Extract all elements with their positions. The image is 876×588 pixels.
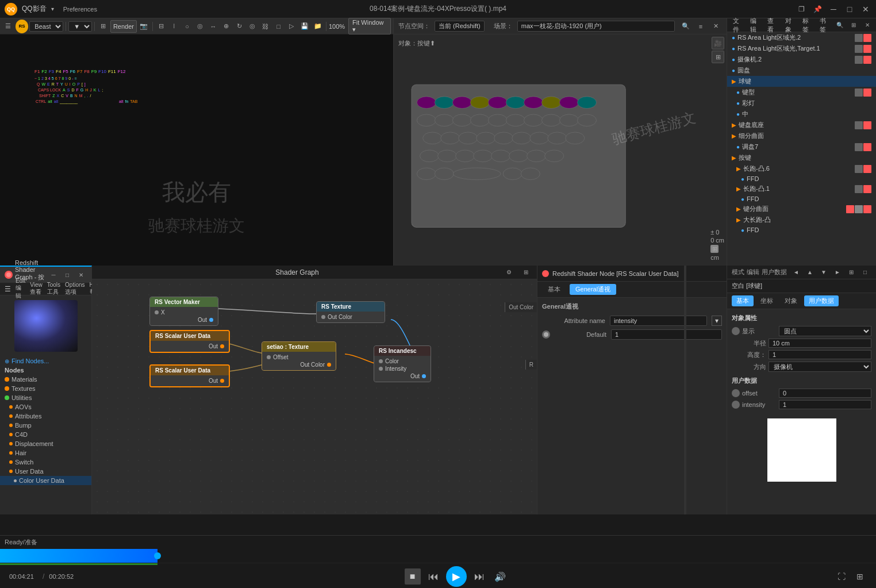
menu-bookmarks[interactable]: 书签 (816, 17, 832, 34)
camera-icon[interactable]: 📷 (138, 20, 150, 33)
scene-item-dial7[interactable]: ● 调盘7 (727, 141, 876, 152)
next-track-btn[interactable]: ⏭ (471, 568, 487, 585)
circle-icon[interactable]: ○ (181, 20, 193, 33)
save-icon[interactable]: 💾 (299, 20, 311, 33)
restore-button[interactable]: ❐ (796, 3, 807, 15)
tree-attributes[interactable]: Attributes (0, 412, 91, 421)
display-radio[interactable] (732, 327, 740, 335)
scene-item-long6[interactable]: ▶ 长跑-凸.6 (727, 163, 876, 174)
app-dropdown-icon[interactable]: ▾ (51, 6, 54, 12)
scale-icon[interactable]: ⊕ (220, 20, 232, 33)
collapse-btn[interactable]: □ (859, 266, 871, 279)
tab-object2[interactable]: 对象 (780, 295, 802, 306)
rs-maximize[interactable]: □ (62, 269, 73, 280)
stop-btn[interactable]: ■ (405, 568, 421, 585)
tree-materials[interactable]: Materials (0, 375, 91, 384)
graph-settings-icon[interactable]: ⚙ (502, 266, 515, 279)
scene-filter-icon[interactable]: ⊞ (847, 19, 860, 32)
menu-tools-lbl[interactable]: Tools工具 (45, 282, 63, 296)
next-btn[interactable]: ► (831, 266, 844, 279)
maximize-button[interactable]: □ (844, 3, 855, 15)
rotate-icon[interactable]: ↻ (233, 20, 245, 33)
tree-textures[interactable]: Textures (0, 384, 91, 393)
tree-hair[interactable]: Hair (0, 448, 91, 458)
find-nodes-label[interactable]: Find Nodes... (11, 358, 49, 364)
scene-item-button[interactable]: ▶ 按键 (727, 152, 876, 163)
list-icon[interactable]: ≡ (694, 20, 707, 33)
timeline[interactable] (0, 549, 876, 563)
prev-track-btn[interactable]: ⏮ (425, 568, 441, 585)
link-icon[interactable]: ⛓ (259, 20, 271, 33)
tree-color-userdata[interactable]: Color User Data (0, 476, 91, 485)
move-icon[interactable]: ↔ (208, 20, 220, 33)
tree-bump[interactable]: Bump (0, 421, 91, 430)
arrow-icon[interactable]: ▷ (286, 20, 298, 33)
scene-search-icon[interactable]: 🔍 (833, 19, 846, 32)
default-enabled-toggle[interactable] (542, 330, 550, 339)
attr-name-dropdown[interactable]: ▾ (712, 316, 722, 326)
grid-icon[interactable]: ⊞ (97, 20, 109, 33)
radius-input[interactable] (769, 339, 871, 348)
render-label[interactable]: Render (110, 20, 137, 33)
vp-camera-icon[interactable]: 🎥 (712, 37, 724, 49)
scene-item-dachang[interactable]: ▶ 大长跑-凸 (727, 214, 876, 225)
scene-close-icon[interactable]: ✕ (861, 19, 874, 32)
menu-view[interactable]: 查看 (764, 17, 780, 34)
box-icon[interactable]: □ (272, 20, 285, 33)
intensity-input[interactable] (779, 400, 871, 409)
scene-item-kb-base[interactable]: ▶ 键盘底座 (727, 120, 876, 130)
scene-item-ffd2[interactable]: ● FFD (727, 194, 876, 203)
scene-item-ffd1[interactable]: ● FFD (727, 174, 876, 183)
volume-btn[interactable]: 🔊 (492, 568, 508, 585)
tab-coord[interactable]: 坐标 (756, 295, 778, 306)
display-select[interactable]: 圆点 (779, 326, 871, 336)
graph-canvas[interactable]: RS Vector Maker X Out (92, 279, 537, 514)
settings-btn[interactable]: ⊞ (853, 570, 867, 583)
grid2-icon[interactable]: ⊟ (155, 20, 167, 33)
tab-general[interactable]: General通视 (570, 284, 616, 295)
rs-close[interactable]: ✕ (75, 269, 87, 280)
scene-item-color-light[interactable]: ● 彩灯 (727, 98, 876, 109)
prev-btn[interactable]: ◄ (790, 266, 802, 279)
preferences-link[interactable]: Preferences (63, 6, 97, 13)
menu-objects[interactable]: 对象 (782, 17, 798, 34)
menu-hamburger[interactable]: ☰ (2, 285, 13, 293)
scene-item-camera[interactable]: ● 摄像机.2 (727, 54, 876, 65)
coord-icon[interactable]: ⊞ (710, 245, 719, 253)
dots-icon[interactable]: ⁞ (168, 20, 180, 33)
mode-select[interactable]: ▼ (68, 21, 92, 32)
panel-resize-handle[interactable] (684, 266, 686, 514)
menu-edit[interactable]: 编辑 (747, 17, 763, 34)
tab-basic[interactable]: 基本 (542, 284, 566, 295)
vp-view-icon[interactable]: ⊞ (712, 51, 724, 63)
minimize-button[interactable]: ─ (828, 3, 839, 15)
search-icon[interactable]: 🔍 (679, 20, 692, 33)
menu-icon[interactable]: ☰ (2, 20, 14, 33)
close-icon[interactable]: ✕ (709, 20, 722, 33)
offset-radio[interactable] (732, 389, 740, 397)
play-btn[interactable]: ▶ (446, 566, 467, 587)
tree-utilities[interactable]: Utilities (0, 393, 91, 402)
scene-item-keydiv[interactable]: ▶ 键分曲面 (727, 203, 876, 214)
scene-item-disk[interactable]: ● 圆盘 (727, 65, 876, 76)
attr-name-input[interactable] (610, 316, 707, 326)
rs-vector-maker-node[interactable]: RS Vector Maker X Out (149, 297, 218, 326)
tree-switch[interactable]: Switch (0, 458, 91, 467)
scene-item-rs-area-light-t[interactable]: ● RS Area Light区域光,Target.1 (727, 43, 876, 54)
rs-minimize[interactable]: ─ (48, 269, 59, 280)
tab-basic2[interactable]: 基本 (732, 295, 754, 306)
scene-item-key-type[interactable]: ● 键型 (727, 87, 876, 98)
down-btn[interactable]: ▼ (817, 266, 830, 279)
scene-item-ball-key[interactable]: ▶ 球键 (727, 76, 876, 87)
tree-displacement[interactable]: Displacement (0, 439, 91, 448)
scene-item-rs-area-light-2[interactable]: ● RS Area Light区域光.2 (727, 32, 876, 43)
close-button[interactable]: ✕ (860, 3, 871, 15)
height-input[interactable] (769, 350, 871, 359)
find-nodes-row[interactable]: ⊕ Find Nodes... (0, 356, 91, 366)
tree-userdata[interactable]: User Data (0, 467, 91, 476)
folder-icon[interactable]: 📁 (312, 20, 324, 33)
rs-scalar-node-2[interactable]: RS Scalar User Data Out (149, 364, 230, 387)
intensity-radio[interactable] (732, 401, 740, 409)
setiao-texture-node[interactable]: setiao : Texture Offset Out Color (262, 341, 336, 371)
target-icon[interactable]: ◎ (247, 20, 259, 33)
